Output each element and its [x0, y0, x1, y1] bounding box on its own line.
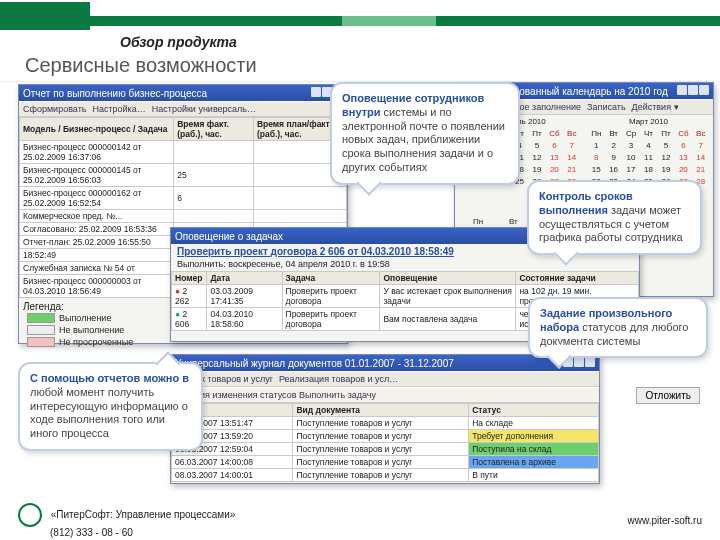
table-row[interactable]: Бизнес-процесс 000000162 от 25.02.2009 1…: [20, 187, 347, 210]
bubble-notify: Оповещение сотрудников внутри системы и …: [330, 82, 520, 185]
footer-company: «ПитерСофт: Управление процессами»: [51, 508, 236, 519]
journal-table: ДатаВид документаСтатус 06.03.2007 13:51…: [171, 403, 599, 482]
title-text: Отчет по выполнению бизнес-процесса: [23, 88, 207, 99]
window-report-title[interactable]: Отчет по выполнению бизнес-процесса: [19, 85, 347, 101]
page-subtitle: Сервисные возможности: [25, 54, 720, 77]
table-row[interactable]: 06.03.2007 13:51:47Поступление товаров и…: [172, 417, 599, 430]
footer-phone: (812) 333 - 08 - 60: [50, 527, 133, 538]
stage: Отчет по выполнению бизнес-процесса Сфор…: [0, 81, 720, 501]
table-row[interactable]: 08.03.2007 14:00:01Поступление товаров и…: [172, 469, 599, 482]
report-toolbar: Сформировать Настройка… Настройки универ…: [19, 101, 347, 117]
detail-header: История изменения статусов Выполнить зад…: [175, 390, 376, 400]
bubble-deadline: Контроль сроков выполнения задачи может …: [527, 180, 702, 255]
toolbar-item[interactable]: Действия ▾: [632, 102, 679, 112]
header-stripe: [90, 16, 720, 26]
toolbar-item[interactable]: Настройки универсаль…: [152, 104, 256, 114]
legend-chip: [27, 313, 55, 323]
table-row[interactable]: Бизнес-процесс 000000142 от 25.02.2009 1…: [20, 141, 347, 164]
table-row[interactable]: 06.03.2007 14:00:08Поступление товаров и…: [172, 456, 599, 469]
page-title: Обзор продукта: [120, 34, 720, 50]
window-controls[interactable]: [676, 85, 709, 97]
col: Время факт. (раб.), час.: [174, 118, 254, 141]
table-row[interactable]: Бизнес-процесс 000000145 от 25.02.2009 1…: [20, 164, 347, 187]
col: Модель / Бизнес-процесс / Задача: [20, 118, 174, 141]
header-bar: [0, 0, 720, 30]
window-journal: Универсальный журнал документов 01.01.20…: [170, 354, 600, 484]
toolbar-item[interactable]: Сформировать: [23, 104, 86, 114]
bubble-reports: С помощью отчетов можно в любой момент п…: [18, 362, 203, 451]
table-row[interactable]: 06.03.2007 12:59:04Поступление товаров и…: [172, 443, 599, 456]
title-text: Оповещение о задачах: [175, 231, 283, 242]
toolbar-item[interactable]: Настройка…: [92, 104, 145, 114]
month-label: Март 2010: [586, 117, 711, 126]
table-row[interactable]: Коммерческое пред. №...: [20, 210, 347, 223]
logo-icon: [18, 503, 42, 527]
legend-chip: [27, 325, 55, 335]
legend-chip: [27, 337, 55, 347]
footer-url: www.piter-soft.ru: [628, 515, 702, 526]
footer: «ПитерСофт: Управление процессами» (812)…: [0, 500, 720, 540]
table-row[interactable]: 06.03.2007 13:59:20Поступление товаров и…: [172, 430, 599, 443]
postpone-button[interactable]: Отложить: [636, 387, 700, 404]
bubble-statuses: Задание произвольного набора статусов дл…: [528, 297, 708, 358]
tab[interactable]: Реализация товаров и усл…: [279, 374, 398, 384]
logo-block: [0, 2, 90, 30]
title-text: Универсальный журнал документов 01.01.20…: [175, 358, 454, 369]
toolbar-item[interactable]: Записать: [587, 102, 625, 112]
